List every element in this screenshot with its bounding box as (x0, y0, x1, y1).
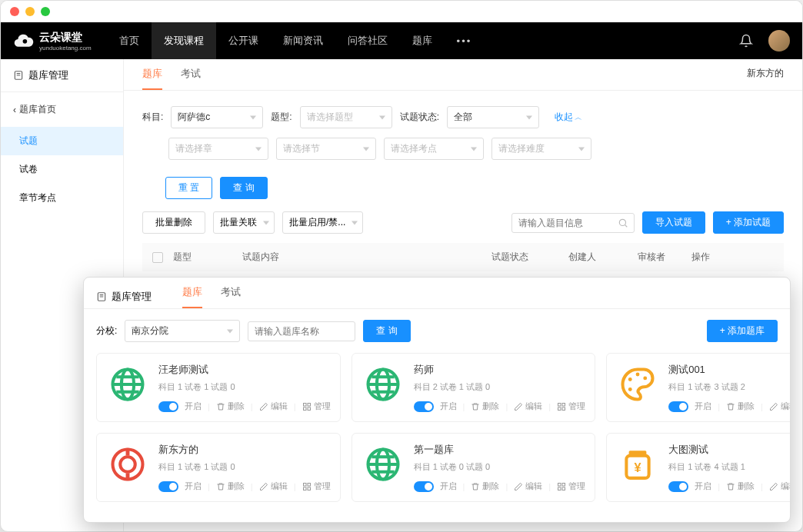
subject-select[interactable]: 阿萨德c (171, 106, 263, 128)
card-delete[interactable]: 删除 (726, 401, 755, 412)
tab-0[interactable]: 题库 (142, 67, 162, 90)
card-meta: 科目 1 试卷 4 试题 1 (668, 461, 791, 473)
sidebar-item-0[interactable]: 试题 (1, 127, 123, 155)
import-button[interactable]: 导入试题 (642, 211, 705, 234)
doc-icon (96, 291, 107, 302)
nav-more[interactable]: ••• (445, 35, 485, 47)
select-all-checkbox[interactable] (152, 252, 163, 263)
svg-point-30 (628, 387, 632, 391)
svg-rect-16 (303, 407, 306, 411)
card-delete[interactable]: 删除 (726, 480, 755, 492)
chapter-select[interactable]: 请选择章 (168, 138, 268, 160)
nav-item-1[interactable]: 发现课程 (152, 22, 216, 59)
panel-back-label: 题库首页 (19, 103, 56, 116)
section-select[interactable]: 请选择节 (276, 138, 376, 160)
card-manage[interactable]: 管理 (302, 401, 331, 412)
difficulty-select[interactable]: 请选择难度 (491, 138, 591, 160)
w2-tab-0[interactable]: 题库 (182, 285, 202, 308)
collapse-link[interactable]: 收起 ︿ (555, 111, 582, 124)
tabs: 题库考试 新东方的 (124, 59, 802, 91)
top-nav: 云朵课堂 yunduoketang.com 首页发现课程公开课新闻资讯问答社区题… (1, 22, 802, 59)
w2-tab-1[interactable]: 考试 (221, 285, 241, 308)
card-edit[interactable]: 编辑 (769, 480, 791, 492)
svg-point-4 (619, 219, 625, 225)
card-title: 新东方的 (158, 443, 331, 457)
svg-rect-25 (558, 407, 561, 411)
card-edit[interactable]: 编辑 (514, 480, 542, 492)
type-select[interactable]: 请选择题型 (300, 106, 392, 128)
svg-rect-40 (308, 483, 311, 486)
toggle-open[interactable] (158, 401, 178, 412)
svg-rect-39 (303, 483, 306, 486)
minimize-dot[interactable] (25, 7, 35, 16)
svg-rect-38 (126, 473, 130, 480)
card-icon: ¥ (616, 443, 659, 486)
trash-icon (471, 482, 480, 491)
query-button[interactable]: 查 询 (220, 177, 267, 199)
add-library-button[interactable]: + 添加题库 (707, 320, 778, 342)
card-delete[interactable]: 删除 (216, 401, 245, 412)
card-delete[interactable]: 删除 (471, 401, 499, 412)
toggle-open[interactable] (668, 401, 688, 412)
nav-items: 首页发现课程公开课新闻资讯问答社区题库 (107, 22, 445, 59)
reset-button[interactable]: 重 置 (165, 177, 212, 199)
card-title: 大图测试 (668, 443, 791, 457)
logo[interactable]: 云朵课堂 yunduoketang.com (13, 30, 92, 52)
card-edit[interactable]: 编辑 (259, 480, 288, 492)
close-dot[interactable] (10, 7, 19, 16)
toggle-open[interactable] (668, 481, 688, 492)
card-icon (616, 363, 659, 406)
nav-item-5[interactable]: 题库 (400, 22, 445, 59)
svg-line-5 (625, 224, 627, 227)
maximize-dot[interactable] (41, 7, 50, 16)
svg-point-29 (643, 376, 647, 380)
svg-rect-41 (303, 487, 306, 490)
card-edit[interactable]: 编辑 (514, 401, 542, 412)
card-edit[interactable]: 编辑 (769, 401, 791, 412)
svg-text:¥: ¥ (635, 461, 641, 474)
card-delete[interactable]: 删除 (471, 480, 499, 492)
branch-select[interactable]: 南京分院 (125, 320, 240, 342)
card-title: 汪老师测试 (158, 363, 331, 377)
grid-icon (302, 402, 312, 411)
user-avatar[interactable] (768, 30, 790, 52)
w2-query-button[interactable]: 查 询 (363, 320, 410, 342)
bulk-link-select[interactable]: 批量关联 (213, 211, 275, 234)
card-title: 测试001 (668, 363, 791, 377)
sidebar-item-2[interactable]: 章节考点 (1, 184, 123, 212)
search-input[interactable] (511, 213, 635, 233)
toggle-open[interactable] (158, 481, 178, 492)
edit-icon (259, 402, 268, 411)
chevron-up-icon: ︿ (575, 112, 582, 123)
card-edit[interactable]: 编辑 (259, 401, 288, 412)
library-name-input[interactable] (248, 321, 355, 341)
sidebar-item-1[interactable]: 试卷 (1, 155, 123, 184)
card-manage[interactable]: 管理 (557, 480, 585, 492)
bulk-delete-button[interactable]: 批量删除 (142, 211, 205, 234)
panel-title: 题库管理 (1, 59, 123, 92)
nav-item-0[interactable]: 首页 (107, 22, 152, 59)
bell-icon[interactable] (739, 34, 753, 48)
svg-rect-42 (308, 487, 311, 490)
bulk-enable-select[interactable]: 批量启用/禁... (282, 211, 363, 234)
toggle-open[interactable] (414, 481, 434, 492)
panel-back[interactable]: ‹ 题库首页 (1, 92, 123, 127)
point-select[interactable]: 请选择考点 (384, 138, 484, 160)
card-icon (362, 443, 405, 486)
tab-1[interactable]: 考试 (181, 67, 201, 90)
card-manage[interactable]: 管理 (557, 401, 585, 412)
trash-icon (726, 482, 735, 491)
nav-item-4[interactable]: 问答社区 (335, 22, 400, 59)
logo-sub: yunduoketang.com (39, 45, 92, 52)
card-meta: 科目 1 试卷 1 试题 0 (158, 381, 331, 393)
add-question-button[interactable]: + 添加试题 (713, 211, 784, 234)
grid-icon (302, 482, 312, 491)
svg-rect-17 (308, 407, 311, 411)
card-manage[interactable]: 管理 (302, 480, 331, 492)
th-actions: 操作 (691, 251, 784, 264)
nav-item-3[interactable]: 新闻资讯 (271, 22, 335, 59)
toggle-open[interactable] (414, 401, 434, 412)
card-delete[interactable]: 删除 (216, 480, 245, 492)
status-select[interactable]: 全部 (447, 106, 539, 128)
nav-item-2[interactable]: 公开课 (216, 22, 271, 59)
